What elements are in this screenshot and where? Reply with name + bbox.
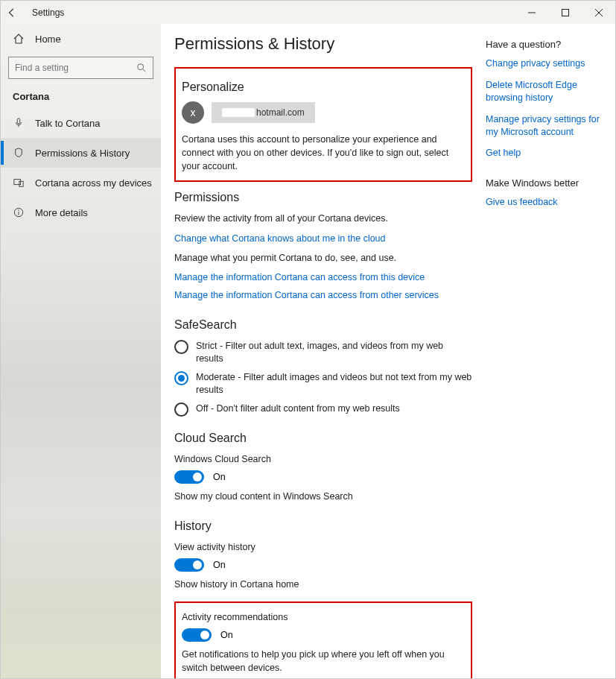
safesearch-moderate[interactable]: Moderate - Filter adult images and video… xyxy=(174,370,472,397)
search-icon xyxy=(136,63,147,73)
permissions-review: Review the activity from all of your Cor… xyxy=(174,212,472,225)
sidebar-category: Cortana xyxy=(1,83,161,108)
search-field[interactable] xyxy=(15,63,136,73)
close-button[interactable] xyxy=(582,1,615,24)
radio-icon xyxy=(174,340,188,354)
sidebar-home[interactable]: Home xyxy=(1,25,161,52)
aside: Have a question? Change privacy settings… xyxy=(486,34,605,663)
page-title: Permissions & History xyxy=(174,34,472,54)
permissions-manage-desc: Manage what you permit Cortana to do, se… xyxy=(174,251,472,265)
info-icon xyxy=(12,207,25,218)
back-button[interactable] xyxy=(1,1,23,24)
sidebar-item-label: Cortana across my devices xyxy=(35,177,152,189)
home-icon xyxy=(11,33,26,45)
link-change-cloud[interactable]: Change what Cortana knows about me in th… xyxy=(174,233,472,244)
cloudsearch-state: On xyxy=(213,472,226,482)
aside-better-heading: Make Windows better xyxy=(486,177,605,189)
content: Permissions & History Personalize x hotm… xyxy=(161,24,615,678)
view-history-label: View activity history xyxy=(174,540,472,554)
window-title: Settings xyxy=(32,7,64,18)
link-get-help[interactable]: Get help xyxy=(486,147,605,160)
activity-state: On xyxy=(220,630,233,640)
svg-point-4 xyxy=(138,64,144,70)
svg-point-11 xyxy=(18,209,19,210)
sidebar: Home Cortana Talk to Cortana xyxy=(1,24,161,678)
account-email: hotmail.com xyxy=(212,102,315,123)
personalize-heading: Personalize xyxy=(182,80,465,94)
radio-label: Strict - Filter out adult text, images, … xyxy=(196,339,472,366)
personalize-section: Personalize x hotmail.com Cortana uses t… xyxy=(174,67,472,182)
radio-icon xyxy=(174,402,188,417)
shield-icon xyxy=(12,148,25,158)
personalize-desc: Cortana uses this account to personalize… xyxy=(182,133,465,173)
link-change-privacy[interactable]: Change privacy settings xyxy=(486,57,605,70)
radio-icon xyxy=(174,371,188,385)
svg-rect-1 xyxy=(562,9,568,16)
activity-label: Activity recommendations xyxy=(182,610,465,624)
view-history-state: On xyxy=(213,560,226,570)
history-heading: History xyxy=(174,519,472,533)
radio-label: Off - Don't filter adult content from my… xyxy=(196,402,400,416)
permissions-heading: Permissions xyxy=(174,191,472,204)
account-row[interactable]: x hotmail.com xyxy=(182,101,465,124)
sidebar-item-cortana-devices[interactable]: Cortana across my devices xyxy=(1,168,161,198)
view-history-toggle[interactable] xyxy=(174,558,204,572)
link-manage-device[interactable]: Manage the information Cortana can acces… xyxy=(174,272,472,282)
titlebar: Settings xyxy=(1,1,615,24)
microphone-icon xyxy=(12,118,25,128)
activity-recommendations-section: Activity recommendations On Get notifica… xyxy=(174,601,472,678)
maximize-button[interactable] xyxy=(548,1,582,24)
cloudsearch-heading: Cloud Search xyxy=(174,432,472,445)
minimize-button[interactable] xyxy=(515,1,548,24)
svg-rect-6 xyxy=(17,119,20,124)
sidebar-home-label: Home xyxy=(35,34,61,45)
safesearch-heading: SafeSearch xyxy=(174,318,472,332)
safesearch-off[interactable]: Off - Don't filter adult content from my… xyxy=(174,402,472,417)
search-input[interactable] xyxy=(8,57,153,79)
activity-toggle[interactable] xyxy=(182,628,212,642)
aside-question-heading: Have a question? xyxy=(486,39,605,50)
devices-icon xyxy=(12,177,25,188)
cloudsearch-toggle[interactable] xyxy=(174,470,204,484)
sidebar-item-talk-to-cortana[interactable]: Talk to Cortana xyxy=(1,108,161,138)
sidebar-item-more-details[interactable]: More details xyxy=(1,198,161,227)
link-manage-services[interactable]: Manage the information Cortana can acces… xyxy=(174,290,472,300)
link-delete-edge-history[interactable]: Delete Microsoft Edge browsing history xyxy=(486,79,605,104)
avatar: x xyxy=(182,101,204,124)
cloudsearch-label: Windows Cloud Search xyxy=(174,452,472,466)
safesearch-strict[interactable]: Strict - Filter out adult text, images, … xyxy=(174,339,472,366)
redacted-icon xyxy=(222,108,255,117)
link-manage-ms-privacy[interactable]: Manage privacy settings for my Microsoft… xyxy=(486,113,605,139)
sidebar-item-label: Permissions & History xyxy=(35,148,130,159)
sidebar-item-label: Talk to Cortana xyxy=(35,118,100,129)
cloudsearch-desc: Show my cloud content in Windows Search xyxy=(174,490,472,503)
activity-desc: Get notifications to help you pick up wh… xyxy=(182,648,465,675)
email-suffix: hotmail.com xyxy=(256,107,305,118)
view-history-desc: Show history in Cortana home xyxy=(174,578,472,591)
svg-line-5 xyxy=(143,69,146,72)
svg-rect-8 xyxy=(19,181,23,186)
link-feedback[interactable]: Give us feedback xyxy=(486,196,605,209)
sidebar-item-label: More details xyxy=(35,207,88,218)
sidebar-item-permissions-history[interactable]: Permissions & History xyxy=(1,138,161,168)
radio-label: Moderate - Filter adult images and video… xyxy=(196,370,472,397)
